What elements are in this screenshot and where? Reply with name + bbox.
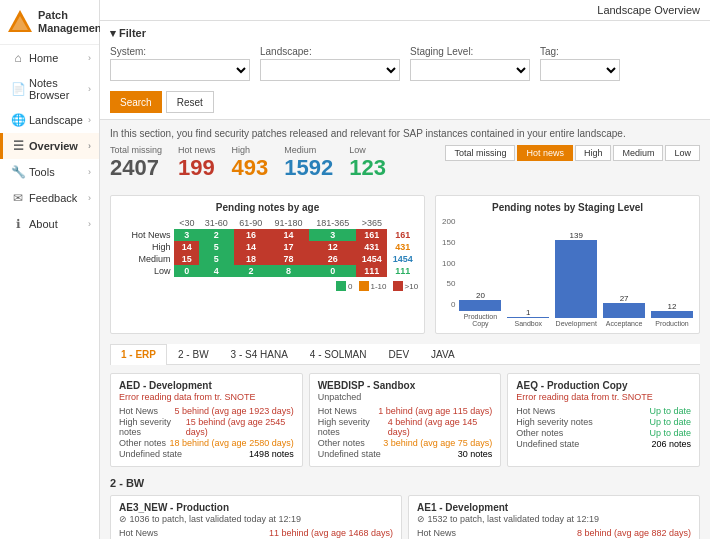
- card-row: High severity notes Up to date: [516, 417, 691, 427]
- card-ae3new-prod: AE3_NEW - Production ⊘ 1036 to patch, la…: [110, 495, 402, 539]
- heatmap-cell: 0: [309, 265, 356, 277]
- heatmap-cell: 3: [174, 229, 199, 241]
- summary-text: In this section, you find security patch…: [110, 128, 700, 139]
- main-content: Landscape Overview ▾ Filter System: Land…: [100, 0, 710, 539]
- bar-value: 1: [526, 308, 530, 317]
- heatmap-cell: 15: [174, 253, 199, 265]
- filter-section: ▾ Filter System: Landscape: Staging Leve…: [100, 21, 710, 120]
- row-value: Up to date: [649, 417, 691, 427]
- tab-bw[interactable]: 2 - BW: [167, 344, 220, 364]
- row-label: Hot News: [119, 406, 158, 416]
- card-row: High severity notes 4 behind (avg age 14…: [318, 417, 493, 437]
- heatmap-table: <30 31-60 61-90 91-180 181-365 >365 Hot …: [117, 217, 418, 277]
- bar-label: Development: [556, 320, 597, 327]
- sidebar-item-about[interactable]: ℹ About ›: [0, 211, 99, 237]
- tab-java[interactable]: JAVA: [420, 344, 466, 364]
- row-value: 11 behind (avg age 1468 days): [269, 528, 393, 538]
- card-title: AE1 - Development: [417, 502, 691, 513]
- logo-icon: [6, 8, 34, 36]
- stat-value: 123: [349, 155, 386, 181]
- row-label: Hot News: [417, 528, 456, 538]
- tab-erp[interactable]: 1 - ERP: [110, 344, 167, 365]
- row-label: Other notes: [516, 428, 563, 438]
- filter-btn-hotnews[interactable]: Hot news: [517, 145, 573, 161]
- row-value: 5 behind (avg age 1923 days): [175, 406, 294, 416]
- staging-select[interactable]: [410, 59, 530, 81]
- filter-btn-high[interactable]: High: [575, 145, 612, 161]
- filter-group-system: System:: [110, 46, 250, 81]
- row-value: 3 behind (avg age 75 days): [383, 438, 492, 448]
- sidebar-item-notes-browser[interactable]: 📄 Notes Browser ›: [0, 71, 99, 107]
- app-logo: Patch Management: [0, 0, 99, 45]
- row-label: Hot News: [516, 406, 555, 416]
- filter-btn-low[interactable]: Low: [665, 145, 700, 161]
- stats-filter-row: Total missing 2407 Hot news 199 High 493…: [110, 145, 700, 191]
- legend-color: [393, 281, 403, 291]
- card-ae1-dev: AE1 - Development ⊘ 1532 to patch, last …: [408, 495, 700, 539]
- sidebar-item-label: Home: [29, 52, 58, 64]
- landscape-overview-title: Landscape Overview: [597, 4, 700, 16]
- row-total: 1454: [387, 253, 418, 265]
- landscape-select[interactable]: [260, 59, 400, 81]
- tab-solman[interactable]: 4 - SOLMAN: [299, 344, 378, 364]
- notes-icon: 📄: [11, 82, 25, 96]
- chevron-icon: ›: [88, 219, 91, 229]
- bar-chart-area: 200 150 100 50 0 20 Production Copy: [442, 217, 693, 327]
- content-area: In this section, you find security patch…: [100, 120, 710, 539]
- card-row: Hot News 1 behind (avg age 115 days): [318, 406, 493, 416]
- row-label: Medium: [117, 253, 174, 265]
- filter-row: System: Landscape: Staging Level: Tag: S…: [110, 46, 700, 113]
- filter-btn-medium[interactable]: Medium: [613, 145, 663, 161]
- tag-label: Tag:: [540, 46, 620, 57]
- chevron-icon: ›: [88, 167, 91, 177]
- bar-group-dev: 139 Development: [555, 231, 597, 327]
- filter-group-staging: Staging Level:: [410, 46, 530, 81]
- legend-label: >10: [405, 282, 419, 291]
- landscape-icon: 🌐: [11, 113, 25, 127]
- card-row: Undefined state 30 notes: [318, 449, 493, 459]
- heatmap-row-hotnews: Hot News 3 2 16 14 3 161 161: [117, 229, 418, 241]
- tab-hana[interactable]: 3 - S4 HANA: [220, 344, 299, 364]
- heatmap-row-low: Low 0 4 2 8 0 111 111: [117, 265, 418, 277]
- sidebar-item-tools[interactable]: 🔧 Tools ›: [0, 159, 99, 185]
- row-label: Hot News: [318, 406, 357, 416]
- row-value: 1 behind (avg age 115 days): [378, 406, 492, 416]
- card-row: Other notes Up to date: [516, 428, 691, 438]
- heatmap-cell: 16: [234, 229, 269, 241]
- sidebar-item-home[interactable]: ⌂ Home ›: [0, 45, 99, 71]
- reset-button[interactable]: Reset: [166, 91, 214, 113]
- row-label: High severity notes: [318, 417, 388, 437]
- sidebar-item-overview[interactable]: ☰ Overview ›: [0, 133, 99, 159]
- stat-medium: Medium 1592: [284, 145, 333, 181]
- filter-btn-total[interactable]: Total missing: [445, 145, 515, 161]
- home-icon: ⌂: [11, 51, 25, 65]
- search-button[interactable]: Search: [110, 91, 162, 113]
- bar-group-production: 12 Production: [651, 302, 693, 327]
- card-row: High severity notes 15 behind (avg age 2…: [119, 417, 294, 437]
- col-header: 181-365: [309, 217, 356, 229]
- bar-chart-title: Pending notes by Staging Level: [442, 202, 693, 213]
- tag-select[interactable]: [540, 59, 620, 81]
- sidebar-item-landscape[interactable]: 🌐 Landscape ›: [0, 107, 99, 133]
- heatmap-row-high: High 14 5 14 17 12 431 431: [117, 241, 418, 253]
- sidebar-item-label: Feedback: [29, 192, 77, 204]
- tab-dev[interactable]: DEV: [378, 344, 421, 364]
- sidebar-item-label: About: [29, 218, 58, 230]
- sidebar-item-feedback[interactable]: ✉ Feedback ›: [0, 185, 99, 211]
- card-row: Hot News 5 behind (avg age 1923 days): [119, 406, 294, 416]
- bar-chart: Pending notes by Staging Level 200 150 1…: [435, 195, 700, 334]
- system-select[interactable]: [110, 59, 250, 81]
- sidebar: Patch Management ⌂ Home › 📄 Notes Browse…: [0, 0, 100, 539]
- card-aed-dev: AED - Development Error reading data fro…: [110, 373, 303, 467]
- chevron-icon: ›: [88, 84, 91, 94]
- legend-item-1: 1-10: [359, 281, 387, 291]
- filter-toggle[interactable]: ▾ Filter: [110, 27, 700, 40]
- card-row: Hot News 8 behind (avg age 882 days): [417, 528, 691, 538]
- row-label: High: [117, 241, 174, 253]
- heatmap-cell: 0: [174, 265, 199, 277]
- col-header: <30: [174, 217, 199, 229]
- bar-value: 27: [620, 294, 629, 303]
- card-row: Other notes 18 behind (avg age 2580 days…: [119, 438, 294, 448]
- heatmap-cell: 14: [268, 229, 309, 241]
- row-label: Undefined state: [119, 449, 182, 459]
